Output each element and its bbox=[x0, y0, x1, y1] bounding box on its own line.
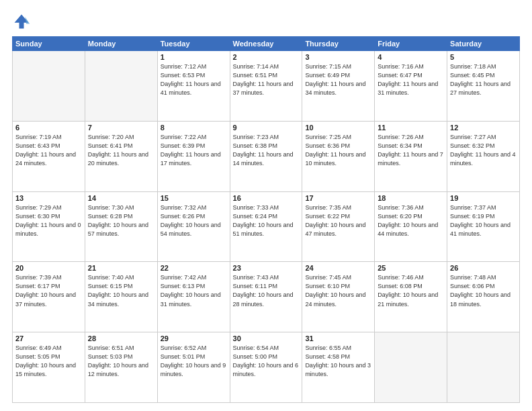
calendar-cell: 5Sunrise: 7:18 AMSunset: 6:45 PMDaylight… bbox=[447, 51, 520, 122]
day-number: 14 bbox=[88, 194, 154, 202]
calendar-cell: 20Sunrise: 7:39 AMSunset: 6:17 PMDayligh… bbox=[13, 262, 85, 332]
day-number: 26 bbox=[450, 264, 517, 272]
day-number: 3 bbox=[305, 53, 371, 61]
day-number: 29 bbox=[161, 334, 227, 342]
calendar-cell: 11Sunrise: 7:26 AMSunset: 6:34 PMDayligh… bbox=[375, 121, 447, 191]
day-detail: Sunrise: 6:49 AMSunset: 5:05 PMDaylight:… bbox=[15, 344, 82, 379]
calendar-cell: 30Sunrise: 6:54 AMSunset: 5:00 PMDayligh… bbox=[230, 332, 302, 403]
day-number: 16 bbox=[233, 194, 300, 202]
day-detail: Sunrise: 6:54 AMSunset: 5:00 PMDaylight:… bbox=[233, 344, 300, 379]
logo-icon bbox=[12, 12, 31, 31]
day-detail: Sunrise: 7:27 AMSunset: 6:32 PMDaylight:… bbox=[450, 133, 517, 168]
calendar-cell bbox=[447, 332, 520, 403]
day-number: 27 bbox=[15, 334, 82, 342]
day-detail: Sunrise: 7:42 AMSunset: 6:13 PMDaylight:… bbox=[161, 273, 227, 308]
day-number: 17 bbox=[305, 194, 371, 202]
day-number: 1 bbox=[161, 53, 227, 61]
weekday-header: Sunday bbox=[13, 37, 85, 51]
day-number: 11 bbox=[378, 124, 444, 132]
day-detail: Sunrise: 7:29 AMSunset: 6:30 PMDaylight:… bbox=[15, 203, 82, 238]
day-detail: Sunrise: 7:39 AMSunset: 6:17 PMDaylight:… bbox=[15, 273, 82, 308]
calendar-cell: 26Sunrise: 7:48 AMSunset: 6:06 PMDayligh… bbox=[447, 262, 520, 332]
calendar-cell: 24Sunrise: 7:45 AMSunset: 6:10 PMDayligh… bbox=[302, 262, 375, 332]
day-number: 9 bbox=[233, 124, 300, 132]
day-detail: Sunrise: 7:33 AMSunset: 6:24 PMDaylight:… bbox=[233, 203, 300, 238]
calendar-cell: 4Sunrise: 7:16 AMSunset: 6:47 PMDaylight… bbox=[375, 51, 447, 122]
day-number: 25 bbox=[378, 264, 444, 272]
day-detail: Sunrise: 7:25 AMSunset: 6:36 PMDaylight:… bbox=[305, 133, 371, 168]
calendar-cell: 27Sunrise: 6:49 AMSunset: 5:05 PMDayligh… bbox=[13, 332, 85, 403]
day-number: 5 bbox=[450, 53, 517, 61]
calendar-cell: 8Sunrise: 7:22 AMSunset: 6:39 PMDaylight… bbox=[157, 121, 230, 191]
day-detail: Sunrise: 7:35 AMSunset: 6:22 PMDaylight:… bbox=[305, 203, 371, 238]
calendar-cell: 10Sunrise: 7:25 AMSunset: 6:36 PMDayligh… bbox=[302, 121, 375, 191]
day-detail: Sunrise: 7:45 AMSunset: 6:10 PMDaylight:… bbox=[305, 273, 371, 308]
calendar-cell bbox=[375, 332, 447, 403]
day-detail: Sunrise: 7:16 AMSunset: 6:47 PMDaylight:… bbox=[378, 62, 444, 97]
weekday-header: Wednesday bbox=[230, 37, 302, 51]
day-number: 23 bbox=[233, 264, 300, 272]
calendar-cell: 18Sunrise: 7:36 AMSunset: 6:20 PMDayligh… bbox=[375, 191, 447, 262]
calendar-cell: 21Sunrise: 7:40 AMSunset: 6:15 PMDayligh… bbox=[85, 262, 157, 332]
day-number: 22 bbox=[161, 264, 227, 272]
calendar-cell: 2Sunrise: 7:14 AMSunset: 6:51 PMDaylight… bbox=[230, 51, 302, 122]
calendar-cell: 12Sunrise: 7:27 AMSunset: 6:32 PMDayligh… bbox=[447, 121, 520, 191]
day-detail: Sunrise: 7:20 AMSunset: 6:41 PMDaylight:… bbox=[88, 133, 154, 168]
calendar-cell: 19Sunrise: 7:37 AMSunset: 6:19 PMDayligh… bbox=[447, 191, 520, 262]
day-detail: Sunrise: 6:52 AMSunset: 5:01 PMDaylight:… bbox=[161, 344, 227, 379]
calendar-cell: 7Sunrise: 7:20 AMSunset: 6:41 PMDaylight… bbox=[85, 121, 157, 191]
day-detail: Sunrise: 7:37 AMSunset: 6:19 PMDaylight:… bbox=[450, 203, 517, 238]
calendar-cell: 1Sunrise: 7:12 AMSunset: 6:53 PMDaylight… bbox=[157, 51, 230, 122]
day-number: 6 bbox=[15, 124, 82, 132]
calendar-cell: 16Sunrise: 7:33 AMSunset: 6:24 PMDayligh… bbox=[230, 191, 302, 262]
day-number: 18 bbox=[378, 194, 444, 202]
weekday-header: Tuesday bbox=[157, 37, 230, 51]
calendar-cell: 22Sunrise: 7:42 AMSunset: 6:13 PMDayligh… bbox=[157, 262, 230, 332]
day-detail: Sunrise: 6:55 AMSunset: 4:58 PMDaylight:… bbox=[305, 344, 371, 379]
calendar-cell: 9Sunrise: 7:23 AMSunset: 6:38 PMDaylight… bbox=[230, 121, 302, 191]
day-detail: Sunrise: 6:51 AMSunset: 5:03 PMDaylight:… bbox=[88, 344, 154, 379]
day-detail: Sunrise: 7:18 AMSunset: 6:45 PMDaylight:… bbox=[450, 62, 517, 97]
day-number: 30 bbox=[233, 334, 300, 342]
day-number: 19 bbox=[450, 194, 517, 202]
page: SundayMondayTuesdayWednesdayThursdayFrid… bbox=[0, 0, 532, 411]
weekday-header: Friday bbox=[375, 37, 447, 51]
calendar-cell: 31Sunrise: 6:55 AMSunset: 4:58 PMDayligh… bbox=[302, 332, 375, 403]
day-number: 21 bbox=[88, 264, 154, 272]
day-detail: Sunrise: 7:32 AMSunset: 6:26 PMDaylight:… bbox=[161, 203, 227, 238]
calendar-cell: 6Sunrise: 7:19 AMSunset: 6:43 PMDaylight… bbox=[13, 121, 85, 191]
calendar-cell: 29Sunrise: 6:52 AMSunset: 5:01 PMDayligh… bbox=[157, 332, 230, 403]
day-detail: Sunrise: 7:22 AMSunset: 6:39 PMDaylight:… bbox=[161, 133, 227, 168]
day-number: 20 bbox=[15, 264, 82, 272]
calendar-cell: 14Sunrise: 7:30 AMSunset: 6:28 PMDayligh… bbox=[85, 191, 157, 262]
day-detail: Sunrise: 7:26 AMSunset: 6:34 PMDaylight:… bbox=[378, 133, 444, 168]
day-detail: Sunrise: 7:30 AMSunset: 6:28 PMDaylight:… bbox=[88, 203, 154, 238]
day-detail: Sunrise: 7:23 AMSunset: 6:38 PMDaylight:… bbox=[233, 133, 300, 168]
calendar-cell: 17Sunrise: 7:35 AMSunset: 6:22 PMDayligh… bbox=[302, 191, 375, 262]
day-number: 10 bbox=[305, 124, 371, 132]
day-number: 15 bbox=[161, 194, 227, 202]
day-number: 13 bbox=[15, 194, 82, 202]
logo bbox=[12, 12, 34, 31]
day-number: 31 bbox=[305, 334, 371, 342]
day-detail: Sunrise: 7:14 AMSunset: 6:51 PMDaylight:… bbox=[233, 62, 300, 97]
calendar-cell: 23Sunrise: 7:43 AMSunset: 6:11 PMDayligh… bbox=[230, 262, 302, 332]
day-number: 24 bbox=[305, 264, 371, 272]
day-number: 2 bbox=[233, 53, 300, 61]
day-detail: Sunrise: 7:19 AMSunset: 6:43 PMDaylight:… bbox=[15, 133, 82, 168]
calendar-cell: 13Sunrise: 7:29 AMSunset: 6:30 PMDayligh… bbox=[13, 191, 85, 262]
calendar-cell: 3Sunrise: 7:15 AMSunset: 6:49 PMDaylight… bbox=[302, 51, 375, 122]
day-number: 7 bbox=[88, 124, 154, 132]
weekday-header: Thursday bbox=[302, 37, 375, 51]
day-detail: Sunrise: 7:46 AMSunset: 6:08 PMDaylight:… bbox=[378, 273, 444, 308]
day-detail: Sunrise: 7:36 AMSunset: 6:20 PMDaylight:… bbox=[378, 203, 444, 238]
calendar-cell: 15Sunrise: 7:32 AMSunset: 6:26 PMDayligh… bbox=[157, 191, 230, 262]
calendar-cell bbox=[13, 51, 85, 122]
day-detail: Sunrise: 7:43 AMSunset: 6:11 PMDaylight:… bbox=[233, 273, 300, 308]
day-number: 4 bbox=[378, 53, 444, 61]
day-number: 12 bbox=[450, 124, 517, 132]
calendar-cell: 28Sunrise: 6:51 AMSunset: 5:03 PMDayligh… bbox=[85, 332, 157, 403]
day-detail: Sunrise: 7:15 AMSunset: 6:49 PMDaylight:… bbox=[305, 62, 371, 97]
day-detail: Sunrise: 7:40 AMSunset: 6:15 PMDaylight:… bbox=[88, 273, 154, 308]
day-detail: Sunrise: 7:12 AMSunset: 6:53 PMDaylight:… bbox=[161, 62, 227, 97]
